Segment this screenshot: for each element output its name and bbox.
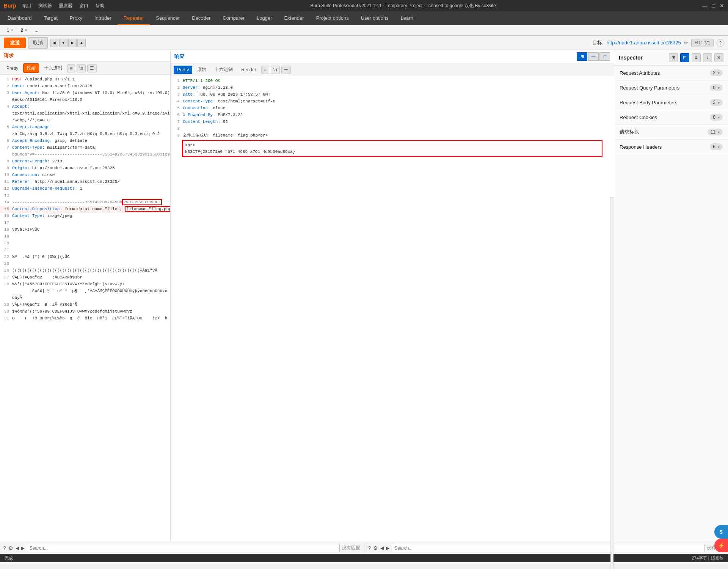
- send-button[interactable]: 发送: [4, 38, 26, 48]
- bottom-left-settings-icon[interactable]: ⚙: [8, 545, 13, 551]
- inspector-row-request-attributes[interactable]: Request Attributes 2 ▾: [614, 66, 728, 80]
- response-highlight-block: <br> NSSCTF{281571a0-f671-4989-a761-4d9b…: [182, 140, 602, 157]
- sub-tab-more[interactable]: ...: [31, 26, 42, 35]
- resp-line-6: 6 X-Powered-By: PHP/7.3.22: [171, 112, 614, 119]
- tab-decoder[interactable]: Decoder: [186, 11, 217, 25]
- down-arrow[interactable]: ▼: [59, 39, 67, 47]
- req-line-31: 31 B ( !Ô ÔH0¤£¼£%è6 g ë ôic Hô'1 £É¼²×¨…: [0, 315, 170, 322]
- up-arrow[interactable]: ▲: [77, 39, 86, 47]
- response-drag-handle[interactable]: [610, 197, 613, 569]
- view-toggle-horizontal[interactable]: —: [588, 52, 599, 61]
- request-tab-icon2[interactable]: \n: [77, 64, 86, 72]
- tab-intruder[interactable]: Intruder: [88, 11, 118, 25]
- request-tab-raw[interactable]: 原始: [23, 63, 39, 73]
- request-tab-hex[interactable]: 十六进制: [41, 63, 66, 73]
- request-tab-icon1[interactable]: ≡: [67, 64, 75, 72]
- menu-item-test[interactable]: 测试器: [38, 3, 52, 9]
- close-button[interactable]: ✕: [720, 3, 724, 9]
- tab-logger[interactable]: Logger: [251, 11, 278, 25]
- chevron-down-icon-5: ▾: [718, 130, 720, 134]
- bottom-left-next-icon[interactable]: ▶: [21, 545, 25, 551]
- tab-user-options[interactable]: User options: [355, 11, 395, 25]
- resp-line-1: 1 HTTP/1.1 200 OK: [171, 78, 614, 85]
- inspector-icon-align[interactable]: ≡: [692, 53, 701, 62]
- minimize-button[interactable]: —: [702, 3, 708, 9]
- view-toggle-split[interactable]: ⊞: [577, 52, 587, 61]
- http-version[interactable]: HTTP/1: [691, 39, 714, 47]
- menu-item-help[interactable]: 帮助: [95, 3, 104, 9]
- response-content[interactable]: 1 HTTP/1.1 200 OK 2 Server: nginx/1.18.0…: [171, 76, 614, 542]
- inspector-title: Inspector: [619, 55, 643, 61]
- bottom-left-help-icon[interactable]: ?: [3, 545, 6, 551]
- search-input-right[interactable]: [392, 544, 704, 552]
- req-line-7: 7 Content-Type: multipart/form-data;: [0, 145, 170, 151]
- sub-tab-1-close[interactable]: ×: [11, 28, 13, 32]
- tab-target[interactable]: Target: [38, 11, 64, 25]
- inspector-label-response-headers: Response Headers: [620, 144, 662, 150]
- response-tab-raw[interactable]: 原始: [194, 65, 210, 74]
- inspector-row-response-headers[interactable]: Response Headers 6 ▾: [614, 140, 728, 154]
- next-button[interactable]: ▶: [68, 39, 77, 47]
- no-match-left: 没有匹配: [342, 545, 360, 551]
- tab-project-options[interactable]: Project options: [310, 11, 355, 25]
- inspector-icon-grid[interactable]: ⊞: [669, 53, 678, 62]
- request-tab-pretty[interactable]: Pretty: [3, 64, 22, 72]
- inspector-close-btn[interactable]: ✕: [714, 53, 723, 62]
- title-bar: Burp 项目 测试器 重发器 窗口 帮助 Burp Suite Profess…: [0, 0, 728, 11]
- req-line-5b: zh-CN,zh;q=0.8,zh-TW;q=0.7,zh-HK;q=0.5,e…: [0, 131, 170, 138]
- menu-item-window[interactable]: 窗口: [79, 3, 88, 9]
- search-input-left[interactable]: [27, 544, 340, 552]
- inspector-row-body-params[interactable]: Request Body Parameters 2 ▾: [614, 95, 728, 110]
- edit-target-icon[interactable]: ✏: [684, 40, 688, 46]
- tab-comparer[interactable]: Comparer: [217, 11, 251, 25]
- response-panel: 响应 ⊞ — □ Pretty 原始 十六进制 Render ≡ \n ☰ 1 …: [171, 50, 614, 542]
- tab-repeater[interactable]: Repeater: [118, 11, 150, 25]
- cancel-button[interactable]: 取消: [28, 37, 48, 49]
- bottom-right-next-icon[interactable]: ▶: [386, 545, 389, 551]
- burp-floating-icon[interactable]: $: [714, 525, 728, 539]
- inspector-icon-active[interactable]: ⊟: [680, 53, 689, 62]
- response-tab-hex[interactable]: 十六进制: [211, 65, 236, 74]
- response-tab-icon1[interactable]: ≡: [261, 66, 269, 74]
- menu-item-resender[interactable]: 重发器: [59, 3, 72, 9]
- bottom-left-prev-icon[interactable]: ◀: [16, 545, 19, 551]
- request-tab-icon3[interactable]: ☰: [87, 64, 97, 72]
- request-content[interactable]: 1 POST /upload.php HTTP/1.1 2 Host: node…: [0, 75, 170, 542]
- tab-dashboard[interactable]: Dashboard: [2, 11, 38, 25]
- response-tab-pretty[interactable]: Pretty: [174, 66, 192, 74]
- sub-tab-2[interactable]: 2 ×: [17, 26, 31, 35]
- tab-sequencer[interactable]: Sequencer: [150, 11, 186, 25]
- inspector-row-query-params[interactable]: Request Query Parameters 0 ▾: [614, 80, 728, 95]
- burp-floating-icon-2[interactable]: ⚡: [714, 539, 728, 552]
- resp-line-2: 2 Server: nginx/1.18.0: [171, 85, 614, 91]
- req-line-28b: £¢£¥¦ § ¨ c² ³ ´µ¶ · ,'ÂÃÄÅÆÇÈÉÊÓÔÕÖÙÚÛÜ…: [0, 288, 170, 295]
- inspector-icons: ⊞ ⊟ ≡ ↕ ✕: [669, 53, 723, 62]
- menu-bar: 项目 测试器 重发器 窗口 帮助: [22, 3, 104, 9]
- response-tab-render[interactable]: Render: [238, 66, 259, 74]
- status-bar: 完成 274字节 | 15毫秒: [0, 554, 728, 562]
- chevron-down-icon: ▾: [718, 71, 720, 75]
- inspector-label-query-params: Request Query Parameters: [620, 85, 679, 91]
- response-tab-icon2[interactable]: \n: [271, 66, 280, 74]
- maximize-button[interactable]: □: [712, 3, 715, 9]
- bottom-right-settings-icon[interactable]: ⚙: [373, 545, 378, 551]
- inspector-icon-sort[interactable]: ↕: [703, 53, 712, 62]
- tab-proxy[interactable]: Proxy: [64, 11, 88, 25]
- req-line-12: 12 Upgrade-Insecure-Requests: 1: [0, 185, 170, 192]
- response-tab-icon3[interactable]: ☰: [281, 66, 291, 74]
- sub-tab-1[interactable]: 1 ×: [3, 26, 17, 35]
- view-toggle-vertical[interactable]: □: [599, 52, 610, 61]
- inspector-count-body-params: 2 ▾: [710, 99, 723, 106]
- tab-learn[interactable]: Learn: [395, 11, 419, 25]
- prev-button[interactable]: ◀: [50, 39, 58, 47]
- inspector-row-request-headers[interactable]: 请求标头 11 ▾: [614, 125, 728, 140]
- inspector-row-cookies[interactable]: Request Cookies 0 ▾: [614, 110, 728, 125]
- menu-item-project[interactable]: 项目: [22, 3, 31, 9]
- response-panel-header: 响应 ⊞ — □: [171, 50, 614, 63]
- bottom-right-prev-icon[interactable]: ◀: [380, 545, 384, 551]
- help-button[interactable]: ?: [717, 39, 724, 47]
- sub-tab-2-close[interactable]: ×: [25, 28, 27, 32]
- tab-extender[interactable]: Extender: [278, 11, 310, 25]
- bottom-right-help-icon[interactable]: ?: [368, 545, 371, 551]
- bottom-bar: ? ⚙ ◀ ▶ 没有匹配 ? ⚙ ◀ ▶ 没有匹配: [0, 542, 728, 554]
